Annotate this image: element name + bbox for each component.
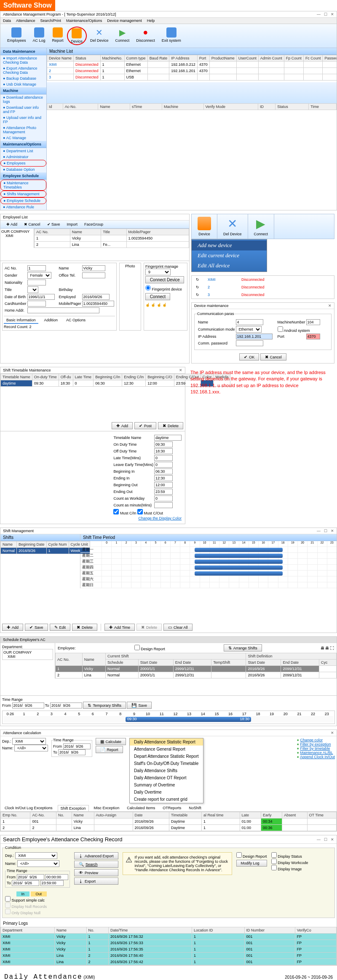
preview-button[interactable]: 👁 Preview <box>74 869 118 876</box>
sidebar-item-attendancephotomanagement[interactable]: ● Attendance Photo Management <box>0 125 46 135</box>
import-button[interactable]: Import <box>64 221 81 227</box>
disp-workcode-checkbox[interactable] <box>271 859 277 864</box>
design-report-checkbox[interactable] <box>236 852 242 858</box>
home-input[interactable] <box>27 307 99 313</box>
employed-input[interactable] <box>82 294 110 300</box>
print-icons[interactable]: 🖶 🖶 ⛶ <box>321 646 334 650</box>
maximize-icon[interactable]: ☐ <box>324 837 327 842</box>
calc-tab[interactable]: Shift Exception <box>58 805 89 811</box>
dropdown-addnewdevice[interactable]: Add new device <box>192 240 267 250</box>
machine-list-tab[interactable]: Machine List <box>47 48 337 55</box>
sm-save-button[interactable]: ✔ Save <box>25 624 48 631</box>
late-input[interactable] <box>154 455 173 461</box>
calc-tab[interactable]: NoShift <box>186 805 204 811</box>
maximize-icon[interactable]: ☐ <box>324 529 327 533</box>
tt-name-input[interactable] <box>154 435 182 441</box>
report-button[interactable]: 📄 Report <box>96 746 123 753</box>
close-icon[interactable]: ✕ <box>331 12 334 16</box>
report-menu-item[interactable]: Staff's On-Duty/Off-Duty Timetable <box>130 760 203 767</box>
disconnect-button[interactable]: ●Disconnect <box>133 27 158 45</box>
from-date-input[interactable] <box>12 703 44 708</box>
add-button[interactable]: ✚ Add <box>3 221 21 227</box>
sidebar-item-exportattendancecheckingdata[interactable]: ● Export Attendance Checking Data <box>0 65 46 75</box>
side-link[interactable]: ● Maintenance AL/BL <box>297 751 335 755</box>
dob-input[interactable] <box>27 294 55 300</box>
port-input[interactable] <box>306 334 320 339</box>
tab-basicinformation[interactable]: Basic Information <box>4 317 38 324</box>
sr-from-date[interactable] <box>17 874 44 880</box>
sr-dep-select[interactable]: XIMI <box>15 852 57 859</box>
report-menu-item[interactable]: Daily Attendance OT Report <box>130 774 203 781</box>
change-color-link[interactable]: Change the Display Color <box>138 516 182 520</box>
sm-addtime-button[interactable]: ✚ Add Time <box>104 624 135 631</box>
sidebar-item-administrator[interactable]: ● Administrator <box>0 154 46 160</box>
sr-from-time[interactable] <box>45 874 68 880</box>
calc-to-input[interactable] <box>58 749 86 755</box>
calc-tab[interactable]: Misc Exception <box>91 805 122 811</box>
menu-data[interactable]: Data <box>3 19 11 23</box>
off-duty-input[interactable] <box>154 448 173 454</box>
tab-acoptions[interactable]: AC Options <box>64 317 88 324</box>
side-link[interactable]: ● Filter by exception <box>297 742 335 746</box>
dropdown-editcurrentdevice[interactable]: Edit current device <box>192 250 267 261</box>
disp-image-checkbox[interactable] <box>271 865 277 870</box>
cancel-button[interactable]: ✖ Cancel <box>21 221 44 227</box>
beg-out-input[interactable] <box>154 482 173 488</box>
menu-devicemanagement[interactable]: Device management <box>107 19 142 23</box>
count-workday-input[interactable] <box>154 495 173 501</box>
modify-log-button[interactable]: Modify Log <box>236 860 267 867</box>
sm-edit-button[interactable]: ✎ Edit <box>50 624 71 631</box>
advanced-export-button[interactable]: ⭳ Advanced Export <box>74 852 118 859</box>
sr-to-date[interactable] <box>12 880 39 886</box>
sm-deltime-button[interactable]: ✖ Delete <box>136 624 162 631</box>
must-cout-checkbox[interactable] <box>137 509 143 514</box>
exit-system-button[interactable]: Exit system <box>158 27 185 45</box>
report-menu-item[interactable]: Daily Attendance Shifts <box>130 767 203 774</box>
ip-input[interactable] <box>236 334 273 339</box>
calc-from-input[interactable] <box>63 743 91 749</box>
sidebar-item-downloaduserinfoandfp[interactable]: ● Download user info and FP <box>0 105 46 115</box>
save-button[interactable]: 💾 Save <box>127 702 152 709</box>
comm-pwd-input[interactable] <box>236 340 263 346</box>
report-menu-item[interactable]: Daily Attendance Statistic Report <box>130 738 203 746</box>
calc-name-select[interactable]: <All> <box>14 745 48 751</box>
menu-attendance[interactable]: Attendance <box>16 19 35 23</box>
sidebar-item-shiftsmanagement[interactable]: ● Shifts Management <box>0 191 46 197</box>
calc-tab[interactable]: Calculated Items <box>124 805 158 811</box>
android-checkbox[interactable] <box>278 326 283 332</box>
report-menu-item[interactable]: Depart Attendance Statistic Report <box>130 753 203 760</box>
arrange-shifts-button[interactable]: ⇅ Arrange Shifts <box>224 644 262 652</box>
mobile-input[interactable] <box>82 301 114 307</box>
card-input[interactable] <box>27 301 46 307</box>
ac-no-input[interactable] <box>27 265 46 271</box>
minimize-icon[interactable]: — <box>317 837 321 842</box>
search-button[interactable]: 🔍 Search <box>74 861 118 868</box>
count-minute-input[interactable] <box>154 502 173 508</box>
beg-in-input[interactable] <box>154 468 173 474</box>
cancel-button[interactable]: ✖ Cancel <box>260 353 286 361</box>
sr-to-time[interactable] <box>40 880 64 886</box>
close-icon[interactable]: ✕ <box>179 368 182 372</box>
report-menu-item[interactable]: Summary of Overtime <box>130 781 203 789</box>
dev-name-input[interactable] <box>236 319 263 325</box>
sidebar-item-employees[interactable]: ● Employees <box>0 160 46 167</box>
calculate-button[interactable]: ▦ Calculate <box>96 738 126 745</box>
comm-mode-select[interactable]: Ethernet <box>236 326 262 333</box>
sidebar-item-attendancerule[interactable]: ● Attendance Rule <box>0 204 46 210</box>
fp-device-radio[interactable] <box>145 285 151 291</box>
ac-log-button[interactable]: AC Log <box>29 27 49 45</box>
sm-clearall-button[interactable]: ▭ Clear All <box>163 624 193 631</box>
close-icon[interactable]: ✕ <box>331 529 334 533</box>
nationality-input[interactable] <box>27 280 46 285</box>
sidebar-item-backupdatabase[interactable]: ● Backup Database <box>0 75 46 81</box>
report-button[interactable]: Report <box>49 27 67 45</box>
sidebar-item-departmentlist[interactable]: ● Department List <box>0 148 46 154</box>
menu-maintenanceoptions[interactable]: Maintenance/Options <box>66 19 102 23</box>
del-device-big-button[interactable]: ✕Del Device <box>217 214 248 239</box>
connect-button[interactable]: ▶Connect <box>112 27 133 45</box>
end-out-input[interactable] <box>154 489 173 495</box>
export-button[interactable]: ⭳ Export <box>74 878 118 885</box>
company-tree-branch[interactable]: XIMI <box>1 234 33 238</box>
save-button[interactable]: ✔ Save <box>44 221 64 227</box>
sr-name-select[interactable]: <All> <box>17 860 59 867</box>
